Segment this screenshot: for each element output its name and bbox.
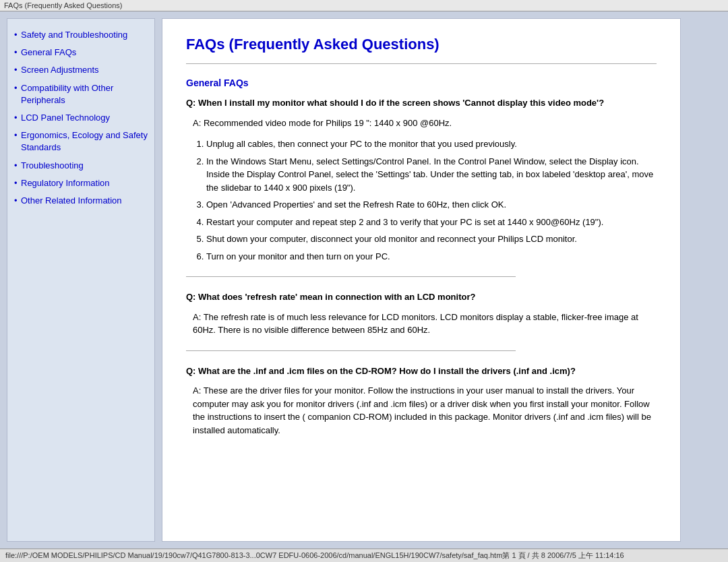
section-divider-1 (186, 276, 516, 277)
sidebar-link-3[interactable]: Compatibility with Other Peripherals (21, 83, 113, 105)
sidebar-item-1: General FAQs (14, 46, 148, 59)
sidebar-link-2[interactable]: Screen Adjustments (21, 65, 99, 75)
content-area: FAQs (Frequently Asked Questions) Genera… (162, 18, 681, 542)
sidebar-link-8[interactable]: Other Related Information (21, 195, 122, 206)
sidebar-item-2: Screen Adjustments (14, 64, 148, 76)
sidebar-item-7: Regulatory Information (14, 177, 148, 189)
answer-1-steps: Unplug all cables, then connect your PC … (186, 137, 657, 263)
sidebar-item-0: Safety and Troubleshooting (14, 29, 148, 41)
status-bar-text: file:///P:/OEM MODELS/PHILIPS/CD Manual/… (5, 551, 624, 559)
sidebar-item-8: Other Related Information (14, 195, 148, 207)
question-2: Q: What does 'refresh rate' mean in conn… (186, 290, 657, 304)
sidebar-link-4[interactable]: LCD Panel Technology (21, 113, 110, 123)
page-title: FAQs (Frequently Asked Questions) (186, 36, 657, 53)
section-heading: General FAQs (186, 77, 657, 88)
step-1: Unplug all cables, then connect your PC … (206, 137, 657, 151)
sidebar-link-5[interactable]: Ergonomics, Ecology and Safety Standards (21, 130, 148, 152)
sidebar-link-1[interactable]: General FAQs (21, 47, 76, 57)
sidebar-item-5: Ergonomics, Ecology and Safety Standards (14, 129, 148, 154)
right-panel (681, 18, 721, 542)
step-3: Open 'Advanced Properties' and set the R… (206, 198, 657, 212)
answer-1-intro-text: A: Recommended video mode for Philips 19… (193, 118, 452, 128)
sidebar-link-6[interactable]: Troubleshooting (21, 160, 84, 170)
sidebar-item-3: Compatibility with Other Peripherals (14, 82, 148, 106)
title-bar: FAQs (Frequently Asked Questions) (0, 0, 728, 11)
sidebar-link-7[interactable]: Regulatory Information (21, 178, 110, 188)
step-5: Shut down your computer, disconnect your… (206, 232, 657, 246)
answer-3: A: These are the driver files for your m… (186, 384, 657, 437)
sidebar: Safety and TroubleshootingGeneral FAQsSc… (7, 18, 155, 542)
step-4: Restart your computer and repeat step 2 … (206, 216, 657, 229)
sidebar-link-0[interactable]: Safety and Troubleshooting (21, 30, 127, 40)
sidebar-nav: Safety and TroubleshootingGeneral FAQsSc… (14, 29, 148, 207)
answer-2: A: The refresh rate is of much less rele… (186, 311, 657, 337)
question-3: Q: What are the .inf and .icm files on t… (186, 365, 657, 378)
step-2: In the Windows Start Menu, select Settin… (206, 155, 657, 195)
title-bar-text: FAQs (Frequently Asked Questions) (4, 1, 122, 9)
sidebar-item-4: LCD Panel Technology (14, 112, 148, 124)
answer-1-intro: A: Recommended video mode for Philips 19… (186, 117, 657, 130)
step-6: Turn on your monitor and then turn on yo… (206, 250, 657, 263)
question-1: Q: When I install my monitor what should… (186, 96, 657, 110)
section-divider-2 (186, 350, 516, 351)
status-bar: file:///P:/OEM MODELS/PHILIPS/CD Manual/… (0, 549, 728, 562)
title-divider (186, 63, 657, 64)
sidebar-item-6: Troubleshooting (14, 160, 148, 172)
